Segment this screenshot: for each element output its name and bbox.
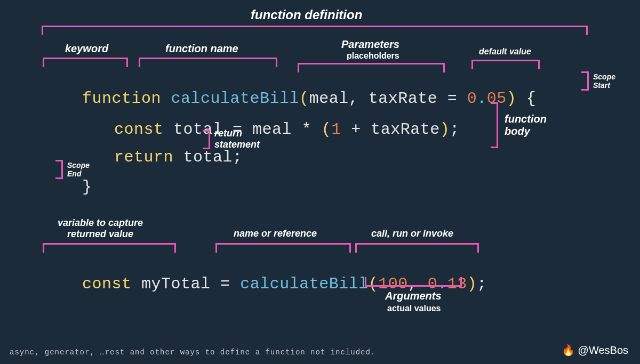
bracket-name-reference xyxy=(215,243,351,253)
bracket-scope-end xyxy=(55,160,63,179)
token-semi-3: ; xyxy=(233,148,243,166)
label-scope-end: Scope End xyxy=(67,161,90,178)
label-function-body: function body xyxy=(505,113,547,137)
token-star: * xyxy=(302,120,312,139)
bracket-function-definition xyxy=(42,26,588,35)
token-return: return xyxy=(114,148,173,166)
bracket-return-statement xyxy=(203,130,210,149)
token-brace-open: { xyxy=(526,90,537,108)
bracket-call-invoke xyxy=(355,243,479,253)
credit-handle: @WesBos xyxy=(578,344,628,356)
token-semi-2: ; xyxy=(450,120,460,139)
bracket-variable-capture xyxy=(43,243,176,253)
label-parameters-sub: placeholders xyxy=(347,51,399,61)
label-name-reference: name or reference xyxy=(234,228,317,239)
token-paren-close-2: ) xyxy=(440,120,450,139)
token-default-dot: . xyxy=(477,90,487,108)
label-call-invoke: call, run or invoke xyxy=(371,228,453,239)
label-keyword: keyword xyxy=(65,43,108,55)
token-eq-call: = xyxy=(220,275,230,293)
token-paren-close-call: ) xyxy=(467,275,477,293)
bracket-function-name xyxy=(139,58,277,67)
bracket-arguments xyxy=(365,277,462,287)
bracket-keyword xyxy=(43,58,128,67)
fire-icon: 🔥 xyxy=(562,344,575,356)
credit: 🔥 @WesBos xyxy=(562,344,628,357)
label-function-definition: function definition xyxy=(251,7,362,22)
label-variable-capture: variable to capture returned value xyxy=(58,217,143,239)
token-default-int: 0 xyxy=(467,90,477,108)
token-brace-close: } xyxy=(82,178,92,196)
token-plus: + xyxy=(351,120,361,139)
label-parameters: Parameters xyxy=(341,38,399,51)
token-total-3: total xyxy=(183,148,233,166)
footer-note: async, generator, …rest and other ways t… xyxy=(10,348,375,357)
token-semi-call: ; xyxy=(477,275,487,293)
label-scope-start: Scope Start xyxy=(593,72,615,90)
token-mytotal: myTotal xyxy=(141,275,211,293)
bracket-default-value xyxy=(471,60,540,69)
diagram-canvas: function definition keyword function nam… xyxy=(0,0,640,364)
bracket-function-body xyxy=(491,102,498,148)
token-taxrate-2: taxRate xyxy=(371,120,440,139)
label-return-statement: return statement xyxy=(214,128,260,150)
label-function-name: function name xyxy=(165,43,238,55)
bracket-scope-start xyxy=(581,71,589,91)
token-fn-call: calculateBill xyxy=(240,275,369,293)
token-const-call: const xyxy=(82,275,132,293)
token-paren-close: ) xyxy=(507,90,517,108)
token-paren-open-2: ( xyxy=(322,120,332,139)
label-default-value: default value xyxy=(479,47,531,56)
label-arguments-sub: actual values xyxy=(387,304,441,313)
label-arguments: Arguments xyxy=(385,290,442,302)
token-one: 1 xyxy=(331,120,341,139)
